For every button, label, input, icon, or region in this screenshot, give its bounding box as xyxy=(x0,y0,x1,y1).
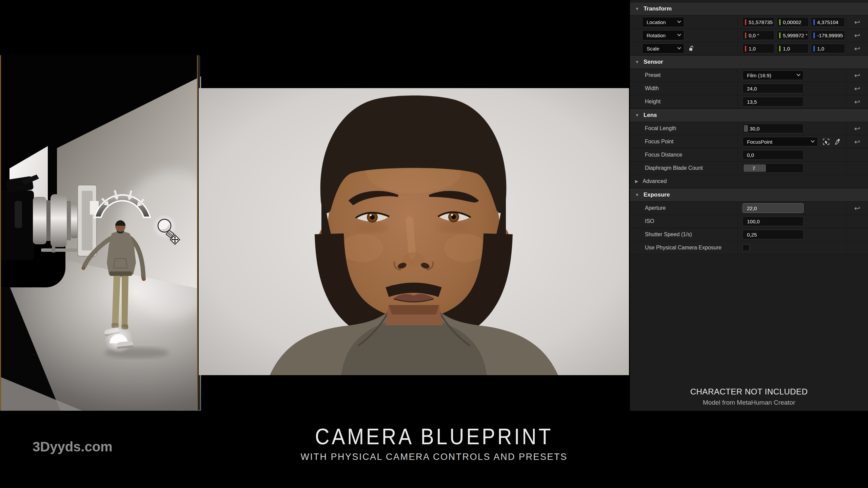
aperture-field[interactable]: 22,0 xyxy=(743,203,804,213)
scale-y-field[interactable]: 1,0 xyxy=(777,44,809,53)
focus-point-dropdown[interactable]: FocusPoint xyxy=(743,137,818,146)
width-field[interactable]: 24,0 xyxy=(743,84,804,93)
reset-preset-button[interactable]: ↩ xyxy=(854,72,860,79)
reset-aperture-button[interactable]: ↩ xyxy=(854,205,860,212)
y-axis-bar xyxy=(779,19,781,25)
section-header-sensor[interactable]: ▼ Sensor xyxy=(630,55,868,69)
title-block: CAMERA BLUEPRINT WITH PHYSICAL CAMERA CO… xyxy=(0,424,868,462)
height-field[interactable]: 13,5 xyxy=(743,97,804,106)
reset-height-button[interactable]: ↩ xyxy=(854,98,860,105)
y-axis-bar xyxy=(779,33,781,38)
unlock-icon[interactable] xyxy=(688,45,694,52)
reset-scale-button[interactable]: ↩ xyxy=(854,45,860,52)
reset-rotation-button[interactable]: ↩ xyxy=(854,32,860,39)
z-axis-bar xyxy=(813,46,815,52)
row-rotation: Rotation 0,0 ° 5,999972 ° -179,99995 ↩ xyxy=(630,29,868,42)
collapse-arrow-icon: ▼ xyxy=(635,7,639,11)
row-focus-distance: Focus Distance 0,0 xyxy=(630,148,868,162)
select-object-button[interactable] xyxy=(822,138,830,145)
rotation-label: Rotation xyxy=(647,33,666,38)
shutter-speed-field[interactable]: 0,25 xyxy=(743,230,804,239)
rotation-dropdown[interactable]: Rotation xyxy=(642,30,684,40)
location-x-field[interactable]: 51,578735 xyxy=(743,17,774,27)
stage: ▼ Transform Location 51,578735 0,00002 4… xyxy=(0,0,868,488)
x-axis-bar xyxy=(745,19,746,25)
section-header-transform[interactable]: ▼ Transform xyxy=(630,2,868,16)
height-label: Height xyxy=(630,95,738,108)
use-physical-camera-exposure-label: Use Physical Camera Exposure xyxy=(630,241,738,254)
preset-dropdown[interactable]: Film (16:9) xyxy=(743,70,804,80)
location-z-field[interactable]: 4,375104 xyxy=(811,17,845,27)
diaphragm-blade-count-label: Diaphragm Blade Count xyxy=(630,162,738,175)
camera-preview-render xyxy=(199,88,629,375)
scale-x-field[interactable]: 1,0 xyxy=(743,44,774,53)
studio-scene xyxy=(1,55,201,411)
row-focal-length: Focal Length 30,0 ↩ xyxy=(630,122,868,135)
portrait-render xyxy=(199,88,629,375)
select-object-icon xyxy=(822,138,830,145)
camera-rail-rod xyxy=(41,248,79,252)
chevron-down-icon xyxy=(677,19,681,23)
reset-focal-length-button[interactable]: ↩ xyxy=(854,125,860,132)
scale-dropdown[interactable]: Scale xyxy=(642,43,684,54)
scene-viewport[interactable] xyxy=(0,55,200,411)
row-aperture: Aperture 22,0 ↩ xyxy=(630,202,868,215)
rotation-z-field[interactable]: -179,99995 xyxy=(811,30,845,40)
x-axis-bar xyxy=(745,46,746,52)
focal-length-field[interactable]: 30,0 xyxy=(743,124,804,133)
reset-width-button[interactable]: ↩ xyxy=(854,85,860,92)
advanced-label: Advanced xyxy=(643,178,667,184)
eyedropper-button[interactable] xyxy=(834,138,841,145)
row-width: Width 24,0 ↩ xyxy=(630,82,868,95)
focus-distance-label: Focus Distance xyxy=(630,148,738,161)
chevron-down-icon xyxy=(796,73,800,76)
row-iso: ISO 100,0 xyxy=(630,215,868,228)
section-title: Sensor xyxy=(644,59,663,65)
shutter-speed-label: Shutter Speed (1/s) xyxy=(630,228,738,241)
row-location: Location 51,578735 0,00002 4,375104 ↩ xyxy=(630,16,868,29)
eyedropper-icon xyxy=(834,138,841,145)
page-title: CAMERA BLUEPRINT xyxy=(22,423,846,449)
location-y-field[interactable]: 0,00002 xyxy=(777,17,809,27)
section-title: Transform xyxy=(644,5,672,12)
rotation-x-field[interactable]: 0,0 ° xyxy=(743,30,774,40)
reset-location-button[interactable]: ↩ xyxy=(854,19,860,26)
expand-arrow-icon: ▶ xyxy=(635,179,638,183)
section-header-exposure[interactable]: ▼ Exposure xyxy=(630,188,868,202)
preset-label: Preset xyxy=(630,69,738,82)
z-axis-bar xyxy=(813,33,815,38)
row-focus-point: Focus Point FocusPoint xyxy=(630,135,868,148)
z-axis-bar xyxy=(813,19,815,25)
details-panel: ▼ Transform Location 51,578735 0,00002 4… xyxy=(630,0,868,411)
row-use-physical-camera-exposure: Use Physical Camera Exposure xyxy=(630,241,868,255)
chevron-down-icon xyxy=(677,46,681,49)
use-physical-camera-exposure-checkbox[interactable] xyxy=(743,244,749,251)
rotation-y-field[interactable]: 5,999972 ° xyxy=(777,30,809,40)
row-diaphragm-blade-count: Diaphragm Blade Count 7 xyxy=(630,162,868,175)
focal-length-label: Focal Length xyxy=(630,122,738,135)
collapse-arrow-icon: ▼ xyxy=(635,193,639,197)
diaphragm-blade-count-field[interactable]: 7 xyxy=(743,163,804,173)
row-advanced[interactable]: ▶ Advanced xyxy=(630,175,868,188)
metahuman-credit-note: Model from MetaHuman Creator xyxy=(630,399,868,406)
row-scale: Scale 1,0 1,0 1,0 ↩ xyxy=(630,42,868,55)
reset-focus-point-button[interactable]: ↩ xyxy=(854,138,860,145)
focus-point-label: Focus Point xyxy=(630,135,738,148)
row-shutter-speed: Shutter Speed (1/s) 0,25 xyxy=(630,228,868,241)
scale-z-field[interactable]: 1,0 xyxy=(811,44,845,53)
row-height: Height 13,5 ↩ xyxy=(630,95,868,108)
x-axis-bar xyxy=(745,33,746,38)
iso-label: ISO xyxy=(630,215,738,228)
iso-field[interactable]: 100,0 xyxy=(743,217,804,226)
aperture-label: Aperture xyxy=(630,202,738,215)
chevron-down-icon xyxy=(677,33,681,36)
location-label: Location xyxy=(647,19,666,25)
width-label: Width xyxy=(630,82,738,95)
y-axis-bar xyxy=(779,46,781,52)
focus-distance-field[interactable]: 0,0 xyxy=(743,150,804,160)
character-not-included-note: CHARACTER NOT INCLUDED xyxy=(630,387,868,396)
page-subtitle: WITH PHYSICAL CAMERA CONTROLS AND PRESET… xyxy=(0,452,868,462)
row-preset: Preset Film (16:9) ↩ xyxy=(630,69,868,82)
section-header-lens[interactable]: ▼ Lens xyxy=(630,108,868,122)
location-dropdown[interactable]: Location xyxy=(642,17,684,27)
